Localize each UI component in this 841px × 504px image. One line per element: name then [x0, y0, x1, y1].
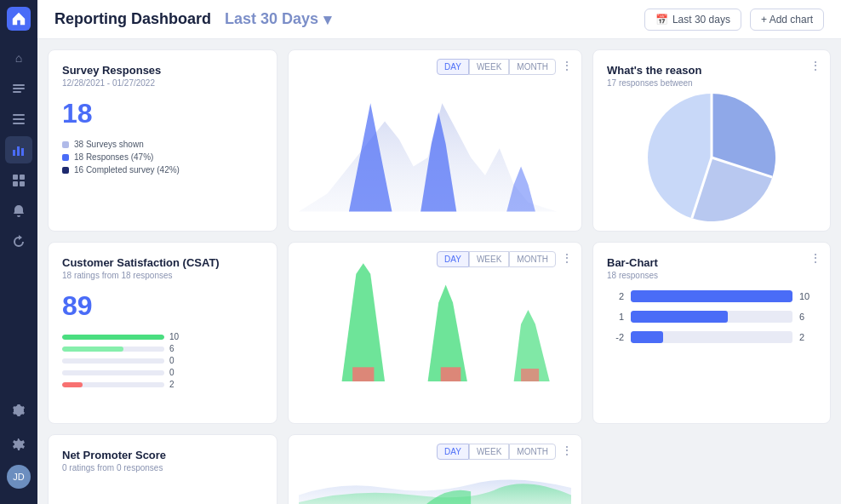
nps-chart-card: DAY WEEK MONTH ⋮: [288, 434, 582, 504]
rating-fill-1: [62, 335, 164, 340]
header: Reporting Dashboard Last 30 Days ▾ 📅 Las…: [37, 0, 841, 39]
rating-track-1: [62, 335, 164, 340]
home-icon[interactable]: ⌂: [5, 44, 32, 72]
period-label: Last 30 Days: [225, 10, 318, 28]
svg-rect-0: [13, 84, 25, 86]
rating-row-5: 2: [62, 380, 263, 389]
legend-item-3: 16 Completed survey (42%): [62, 165, 263, 175]
nps-chart-area: [299, 452, 571, 504]
survey-chart-card: DAY WEEK MONTH ⋮: [288, 49, 582, 232]
period-selector[interactable]: Last 30 Days ▾: [225, 10, 331, 29]
svg-rect-8: [21, 148, 24, 156]
bar-row-3: -2 2: [607, 331, 816, 343]
svg-rect-4: [13, 118, 25, 120]
rating-fill-2: [62, 346, 123, 352]
nps-right-placeholder: [592, 434, 831, 504]
rating-val-1: 10: [169, 332, 179, 341]
pie-chart-container: [607, 98, 816, 217]
bar-fill-1: [631, 290, 792, 302]
csat-chart-area: [299, 260, 571, 413]
csat-ratings: 10 6 0: [62, 332, 263, 389]
svg-rect-3: [13, 114, 25, 116]
user-avatar[interactable]: JD: [7, 465, 31, 489]
svg-rect-18: [441, 367, 461, 381]
bar-chart-subtitle: 18 responses: [607, 271, 816, 280]
csat-title: Customer Satisfaction (CSAT): [62, 256, 263, 269]
legend-label-1: 38 Surveys shown: [74, 140, 144, 149]
svg-rect-9: [13, 175, 18, 180]
reason-subtitle: 17 responses between: [607, 78, 816, 88]
reports-icon[interactable]: [5, 75, 32, 102]
rating-track-4: [62, 370, 164, 375]
rating-row-1: 10: [62, 332, 263, 341]
svg-rect-5: [13, 123, 25, 124]
svg-rect-2: [13, 91, 21, 93]
add-chart-button[interactable]: + Add chart: [750, 9, 824, 31]
rating-track-2: [62, 346, 164, 352]
legend-label-2: 18 Responses (47%): [74, 152, 153, 162]
svg-rect-11: [13, 181, 18, 186]
grid-icon[interactable]: [5, 167, 32, 194]
svg-rect-17: [352, 367, 374, 381]
bar-row-1: 2 10: [607, 290, 816, 302]
svg-rect-19: [521, 369, 539, 381]
reason-menu[interactable]: ⋮: [810, 59, 821, 72]
bar-track-1: [631, 290, 792, 302]
row-1: Survey Responses 12/28/2021 - 01/27/2022…: [48, 49, 831, 232]
rating-fill-5: [62, 382, 83, 387]
svg-rect-10: [20, 175, 25, 180]
rating-row-2: 6: [62, 344, 263, 353]
csat-card: Customer Satisfaction (CSAT) 18 ratings …: [48, 242, 277, 424]
rating-val-3: 0: [169, 356, 174, 365]
gear-icon[interactable]: [5, 431, 32, 458]
logo[interactable]: [7, 7, 31, 31]
whats-reason-card: ⋮ What's the reason 17 responses between: [592, 49, 831, 232]
nps-subtitle: 0 ratings from 0 responses: [62, 463, 263, 472]
bar-fill-3: [631, 331, 663, 343]
bar-chart-card: ⋮ Bar-Chart 18 responses 2 10 1: [592, 242, 831, 424]
rating-track-3: [62, 358, 164, 364]
bar-row-2: 1 6: [607, 311, 816, 323]
row-2: Customer Satisfaction (CSAT) 18 ratings …: [48, 242, 831, 424]
refresh-icon[interactable]: [5, 228, 32, 255]
legend-dot-3: [62, 167, 69, 174]
bar-track-3: [631, 331, 792, 343]
sidebar: ⌂ JD: [0, 0, 37, 504]
calendar-icon: 📅: [655, 14, 668, 26]
menu-icon[interactable]: [5, 106, 32, 133]
reason-title: What's the reason: [607, 64, 816, 77]
bar-chart-title: Bar-Chart: [607, 256, 816, 269]
bar-value-2: 6: [799, 312, 816, 322]
survey-responses-card: Survey Responses 12/28/2021 - 01/27/2022…: [48, 49, 277, 232]
nps-card: Net Promoter Score 0 ratings from 0 resp…: [48, 434, 277, 504]
survey-title: Survey Responses: [62, 64, 263, 77]
legend-dot-1: [62, 141, 69, 148]
bar-track-2: [631, 311, 792, 323]
bar-value-3: 2: [799, 332, 816, 342]
pie-chart: [648, 94, 775, 221]
svg-rect-12: [20, 181, 25, 186]
csat-chart-card: DAY WEEK MONTH ⋮: [288, 242, 582, 424]
survey-chart-area: [299, 67, 571, 220]
bell-icon[interactable]: [5, 198, 32, 225]
bar-chart-menu[interactable]: ⋮: [810, 251, 821, 265]
chart-bar-icon[interactable]: [5, 136, 32, 163]
rating-row-3: 0: [62, 356, 263, 365]
main-content: Reporting Dashboard Last 30 Days ▾ 📅 Las…: [37, 0, 841, 504]
rating-row-4: 0: [62, 368, 263, 377]
page-title: Reporting Dashboard: [54, 10, 211, 28]
bar-chart-area: 2 10 1 6 -2: [607, 290, 816, 343]
nps-title: Net Promoter Score: [62, 449, 263, 461]
survey-date-range: 12/28/2021 - 01/27/2022: [62, 78, 263, 88]
settings-icon[interactable]: [5, 397, 32, 424]
survey-big-number: 18: [62, 98, 263, 129]
legend-label-3: 16 Completed survey (42%): [74, 165, 180, 175]
bar-fill-2: [631, 311, 728, 323]
rating-val-4: 0: [169, 368, 174, 377]
csat-subtitle: 18 ratings from 18 responses: [62, 271, 263, 280]
legend-dot-2: [62, 154, 69, 161]
svg-rect-7: [17, 146, 20, 156]
last-30-days-button[interactable]: 📅 Last 30 days: [644, 9, 741, 31]
svg-rect-1: [13, 88, 25, 89]
rating-val-5: 2: [169, 380, 174, 389]
